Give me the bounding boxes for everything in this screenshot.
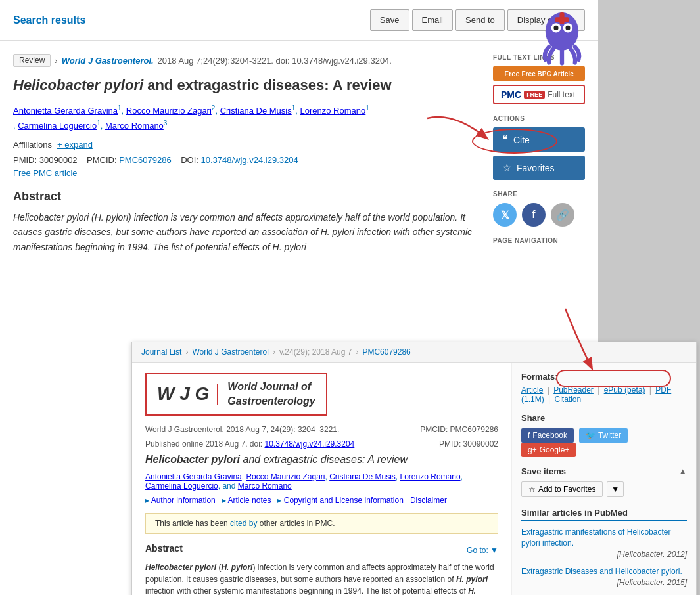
article-notes-link[interactable]: Article notes — [227, 496, 271, 505]
facebook-share-btn[interactable]: f Facebook — [521, 428, 574, 443]
cite-button[interactable]: ❝ Cite — [493, 127, 585, 152]
free-icon: Free — [504, 70, 519, 77]
pmcid-label: PMCID: — [87, 155, 117, 165]
review-badge: Review — [13, 54, 51, 67]
overlay-article-meta: World J Gastroenterol. 2018 Aug 7, 24(29… — [145, 425, 498, 434]
author-demusis[interactable]: Cristiana De Musis — [220, 106, 292, 116]
similar-article-2-source: [Helicobacter. 2015] — [521, 577, 687, 588]
overlay-abstract-header: Abstract Go to: ▼ — [145, 543, 498, 558]
affiliations-label: Affiliations — [13, 140, 52, 150]
wjg-logo: W J G World Journal ofGastroenterology — [145, 373, 327, 416]
favorites-label: Favorites — [517, 163, 555, 173]
pmcid-link[interactable]: PMC6079286 — [119, 155, 172, 165]
overlay-pmid: PMID: 30090002 — [439, 439, 498, 449]
similar-article-1-title[interactable]: Extragastric manifestations of Helicobac… — [521, 527, 687, 549]
google-plus-icon: g+ — [528, 445, 537, 454]
format-article-link[interactable]: Article — [521, 386, 543, 395]
pmid-label: PMID: — [13, 155, 37, 165]
affiliations-row: Affiliations + expand — [13, 140, 480, 150]
author-romano-m[interactable]: Marco Romano — [105, 121, 164, 131]
author-gravina[interactable]: Antonietta Gerarda Gravina — [13, 106, 118, 116]
pmcid-breadcrumb-link[interactable]: PMC6079286 — [362, 347, 410, 357]
abstract-italic-1: Helicobacter pylori — [13, 212, 89, 223]
format-pubreader-link[interactable]: PubReader — [553, 386, 594, 395]
chevron-right-icon: › — [55, 56, 57, 66]
twitter-share-btn[interactable]: 🐦 Twitter — [579, 428, 628, 443]
favorites-button[interactable]: ☆ Favorites — [493, 156, 585, 180]
save-items-controls: ☆ Add to Favorites ▼ — [521, 481, 687, 497]
format-pdf-link[interactable]: PDF (1.1M) — [521, 386, 671, 404]
free-pmc-link[interactable]: Free PMC article — [13, 168, 78, 178]
breadcrumb-details: 2018 Aug 7;24(29):3204-3221. doi: 10.374… — [158, 56, 392, 66]
doi-link[interactable]: 10.3748/wjg.v24.i29.3204 — [200, 155, 298, 165]
formats-title: Formats: — [521, 372, 687, 382]
breadcrumb-journal[interactable]: World J Gastroenterol. — [62, 56, 154, 66]
author-romano-l[interactable]: Lorenzo Romano — [300, 106, 366, 116]
format-epub-link[interactable]: ePub (beta) — [604, 386, 645, 395]
cited-by-link[interactable]: cited by — [230, 519, 257, 528]
svg-rect-6 — [555, 17, 569, 22]
quote-icon: ❝ — [502, 133, 508, 146]
article-title-rest: and extragastric diseases: A review — [143, 77, 391, 93]
overlay-share-buttons: f Facebook 🐦 Twitter g+ Google+ — [521, 428, 687, 457]
add-to-favorites-btn[interactable]: ☆ Add to Favorites — [521, 481, 603, 497]
save-items-title: Save items ▲ — [521, 466, 687, 476]
overlay-abstract-goto[interactable]: Go to: ▼ — [467, 546, 498, 555]
article-title: Helicobacter pylori and extragastric dis… — [13, 76, 480, 95]
save-items-expand-icon: ▲ — [678, 466, 687, 476]
overlay-abstract-section: Abstract Go to: ▼ Helicobacter pylori (H… — [145, 543, 498, 595]
actions-label: ACTIONS — [493, 115, 585, 122]
overlay-abstract-text: Helicobacter pylori (H. pylori) infectio… — [145, 562, 498, 595]
cited-notice: This article has been cited by other art… — [145, 513, 498, 534]
full-text-label: Full text — [548, 90, 575, 99]
share-label: SHARE — [493, 190, 585, 198]
pmid-value: 30090002 — [39, 155, 78, 165]
copy-link-icon[interactable]: 🔗 — [551, 203, 574, 227]
overlay-citation: World J Gastroenterol. 2018 Aug 7, 24(29… — [145, 425, 339, 434]
authors-list: Antonietta Gerarda Gravina1, Rocco Mauri… — [13, 103, 480, 133]
article-container: Review › World J Gastroenterol. 2018 Aug… — [0, 41, 598, 267]
doi-label: DOI: — [181, 155, 198, 165]
overlay-right-panel: Formats: Article | PubReader | ePub (bet… — [512, 363, 696, 595]
facebook-share-icon[interactable]: f — [522, 203, 546, 227]
search-results-link[interactable]: Search results — [13, 14, 85, 26]
overlay-doi-row: Published online 2018 Aug 7. doi: 10.374… — [145, 439, 498, 449]
favorites-dropdown-btn[interactable]: ▼ — [607, 481, 624, 497]
copyright-link[interactable]: Copyright and License information — [284, 496, 404, 505]
ids-row: PMID: 30090002 PMCID: PMC6079286 DOI: 10… — [13, 155, 480, 165]
overlay-share-title: Share — [521, 413, 687, 423]
abstract-italic-4: H. pylori — [273, 242, 306, 252]
facebook-icon: f — [528, 431, 530, 440]
google-plus-share-btn[interactable]: g+ Google+ — [521, 443, 576, 457]
overlay-article-content: W J G World Journal ofGastroenterology W… — [132, 363, 512, 595]
overlay-article-title: Helicobacter pylori and extragastric dis… — [145, 454, 498, 466]
save-button[interactable]: Save — [370, 9, 409, 31]
wjg-journal-link[interactable]: World J Gastroenterol — [192, 347, 269, 357]
formats-links: Article | PubReader | ePub (beta) | PDF … — [521, 386, 687, 404]
author-zagari[interactable]: Rocco Maurizio Zagari — [126, 106, 212, 116]
similar-article-1: Extragastric manifestations of Helicobac… — [521, 527, 687, 560]
bpg-link[interactable]: Free Free BPG Article — [493, 66, 585, 81]
format-citation-link[interactable]: Citation — [554, 395, 581, 404]
similar-articles-title: Similar articles in PubMed — [521, 508, 687, 521]
overlay-doi: Published online 2018 Aug 7. doi: 10.374… — [145, 439, 354, 449]
abstract-text: Helicobacter pylori (H. pylori) infectio… — [13, 210, 480, 254]
cite-label: Cite — [513, 135, 530, 145]
twitter-share-icon[interactable]: 𝕏 — [493, 203, 517, 227]
overlay-author-links: ▸ Author information ▸ Article notes ▸ C… — [145, 496, 498, 505]
pmc-full-text-link[interactable]: PMC FREE Full text — [493, 85, 585, 104]
article-title-italic: Helicobacter pylori — [13, 77, 143, 93]
pmc-logo: PMC — [501, 89, 521, 100]
author-info-link[interactable]: Author information — [151, 496, 216, 505]
svg-point-3 — [553, 26, 558, 30]
article-main: Review › World J Gastroenterol. 2018 Aug… — [13, 54, 480, 254]
page-header: Search results Save Email Send to Displa… — [0, 0, 598, 41]
disclaimer-link[interactable]: Disclaimer — [410, 496, 447, 505]
author-loguercio[interactable]: Carmelina Loguercio — [18, 121, 97, 131]
journal-list-link[interactable]: Journal List — [141, 347, 181, 357]
email-button[interactable]: Email — [412, 9, 454, 31]
overlay-abstract-title: Abstract — [145, 543, 183, 554]
expand-affiliations-link[interactable]: + expand — [57, 140, 93, 150]
similar-article-2-title[interactable]: Extragastric Diseases and Helicobacter p… — [521, 566, 687, 577]
send-to-button[interactable]: Send to — [455, 9, 505, 31]
